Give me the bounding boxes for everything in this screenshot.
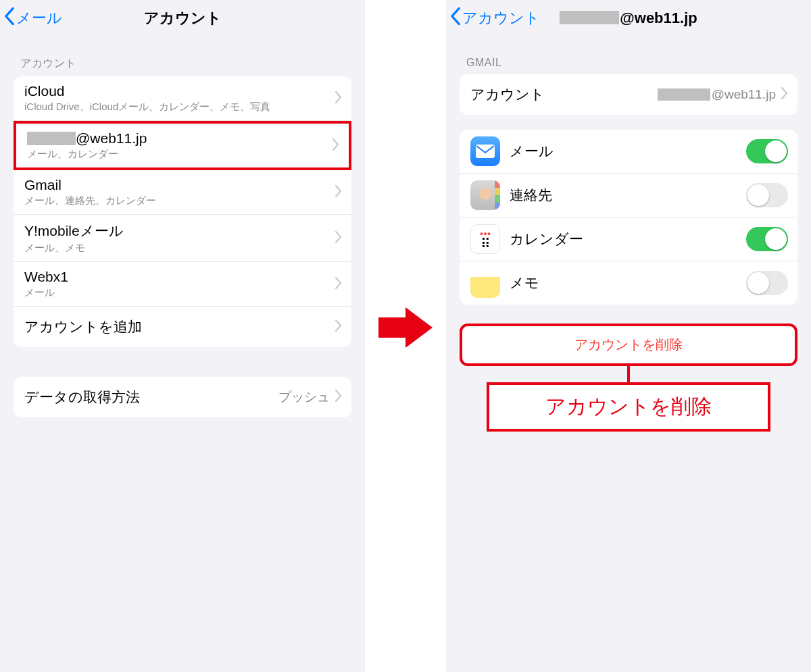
account-subtitle: メール、メモ — [24, 242, 335, 255]
chevron-right-icon — [335, 91, 342, 106]
nav-bar: アカウント @web11.jp — [446, 0, 811, 36]
nav-bar: メール アカウント — [0, 0, 365, 36]
account-label: アカウント — [470, 85, 658, 104]
chevron-right-icon — [335, 231, 342, 246]
chevron-right-icon — [781, 87, 788, 102]
redacted-text — [658, 88, 710, 101]
back-label: メール — [16, 8, 62, 28]
account-title: Webx1 — [24, 269, 335, 285]
account-subtitle: メール — [24, 286, 335, 299]
back-label: アカウント — [462, 8, 540, 28]
account-title: iCloud — [24, 83, 335, 99]
account-row-gmail[interactable]: Gmail メール、連絡先、カレンダー — [14, 170, 351, 215]
account-row-web11[interactable]: @web11.jp メール、カレンダー — [14, 121, 351, 170]
service-label: カレンダー — [510, 230, 746, 249]
account-email-value: @web11.jp — [658, 87, 776, 102]
chevron-right-icon — [335, 390, 342, 405]
accounts-screen: メール アカウント アカウント iCloud iCloud Drive、iClo… — [0, 0, 365, 672]
back-button[interactable]: アカウント — [450, 7, 540, 29]
callout-label: アカウントを削除 — [487, 382, 770, 432]
svg-marker-0 — [378, 307, 433, 348]
account-subtitle: メール、連絡先、カレンダー — [24, 195, 335, 207]
chevron-right-icon — [333, 138, 339, 153]
contacts-toggle[interactable] — [746, 183, 788, 207]
service-row-notes: メモ — [460, 261, 797, 305]
delete-account-button[interactable]: アカウントを削除 — [460, 324, 797, 366]
chevron-left-icon — [450, 7, 461, 29]
section-header: GMAIL — [446, 36, 811, 74]
back-button[interactable]: メール — [4, 7, 62, 29]
add-account-label: アカウントを追加 — [24, 317, 335, 336]
notes-icon — [470, 268, 500, 298]
chevron-right-icon — [335, 319, 342, 334]
fetch-value: プッシュ — [278, 388, 330, 406]
calendar-icon: ●●● ⠿ — [470, 224, 500, 254]
contacts-icon — [470, 180, 500, 210]
mail-icon — [470, 136, 500, 166]
service-label: 連絡先 — [510, 186, 746, 205]
step-arrow-col — [365, 0, 446, 672]
account-title: Y!mobileメール — [24, 222, 335, 240]
service-row-mail: メール — [460, 130, 797, 174]
account-subtitle: iCloud Drive、iCloudメール、カレンダー、メモ、写真 — [24, 101, 335, 113]
section-header: アカウント — [0, 36, 365, 76]
chevron-left-icon — [4, 7, 15, 29]
arrow-right-icon — [378, 307, 433, 348]
delete-label: アカウントを削除 — [574, 337, 683, 352]
chevron-right-icon — [335, 277, 342, 292]
service-label: メール — [510, 142, 746, 161]
fetch-row[interactable]: データの取得方法 プッシュ — [14, 377, 351, 417]
account-row-webx1[interactable]: Webx1 メール — [14, 262, 351, 307]
mail-toggle[interactable] — [746, 139, 788, 163]
callout-connector — [627, 366, 630, 382]
fetch-group: データの取得方法 プッシュ — [14, 377, 351, 417]
service-row-calendar: ●●● ⠿ カレンダー — [460, 217, 797, 261]
account-info-group: アカウント @web11.jp — [460, 74, 797, 115]
account-subtitle: メール、カレンダー — [27, 148, 333, 161]
service-row-contacts: 連絡先 — [460, 174, 797, 217]
redacted-text — [27, 132, 76, 145]
account-row-ymobile[interactable]: Y!mobileメール メール、メモ — [14, 215, 351, 262]
notes-toggle[interactable] — [746, 271, 788, 295]
add-account-row[interactable]: アカウントを追加 — [14, 307, 351, 347]
account-detail-screen: アカウント @web11.jp GMAIL アカウント @web11.jp メー… — [446, 0, 811, 672]
account-email-row[interactable]: アカウント @web11.jp — [460, 74, 797, 115]
fetch-label: データの取得方法 — [24, 388, 278, 407]
svg-rect-1 — [476, 145, 495, 158]
services-group: メール 連絡先 ●●● ⠿ カレンダー メモ — [460, 130, 797, 305]
calendar-toggle[interactable] — [746, 227, 788, 251]
accounts-group: iCloud iCloud Drive、iCloudメール、カレンダー、メモ、写… — [14, 76, 351, 347]
account-title: Gmail — [24, 177, 335, 193]
redacted-text — [560, 11, 619, 24]
account-row-icloud[interactable]: iCloud iCloud Drive、iCloudメール、カレンダー、メモ、写… — [14, 76, 351, 121]
chevron-right-icon — [335, 185, 342, 200]
account-title: @web11.jp — [27, 130, 333, 147]
service-label: メモ — [510, 274, 746, 292]
